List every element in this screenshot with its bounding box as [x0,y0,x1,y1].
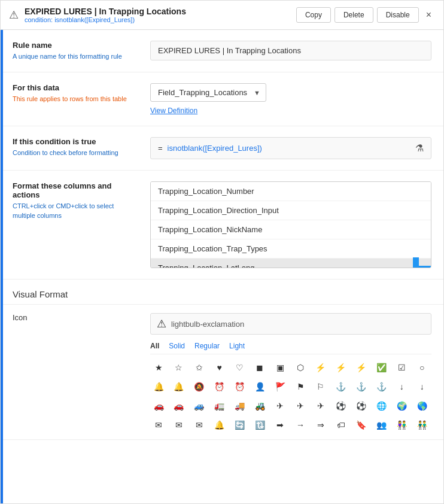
icon-check-circle-light[interactable]: ○ [413,359,430,376]
tab-light[interactable]: Light [229,341,245,351]
condition-value: isnotblank([Expired_Lures]) [168,144,410,153]
icon-star-light[interactable]: ✩ [191,359,208,376]
icon-users-solid[interactable]: 👥 [373,417,390,431]
icon-car-solid[interactable]: 🚗 [150,397,167,414]
icon-plane-regular[interactable]: ✈ [292,397,309,414]
icon-bolt-light[interactable]: ⚡ [353,359,370,376]
icon-globe-light[interactable]: 🌎 [413,397,430,414]
header-subtitle: condition: isnotblank([Expired_Lures]) [25,16,296,23]
condition-label: If this condition is true [13,137,138,146]
list-item[interactable]: Trapping_Location_Trap_Types [151,239,431,259]
icon-anchor-light[interactable]: ⚓ [373,378,390,395]
icon-globe-solid[interactable]: 🌐 [373,397,390,414]
for-this-data-label: For this data [13,83,138,92]
icon-car-light[interactable]: 🚙 [191,397,208,414]
icon-arrow-right2[interactable]: → [292,417,309,431]
tab-all[interactable]: All [150,341,159,351]
icon-flag-regular[interactable]: ⚑ [292,378,309,395]
icon-truck-regular[interactable]: 🚚 [231,397,248,414]
icon-bell-regular[interactable]: 🔔 [171,378,187,395]
icon-anchor-regular[interactable]: ⚓ [353,378,370,395]
icon-row: Icon ⚠ All Solid Regular Light ★ ☆ ✩ [1,305,443,440]
icon-send-solid[interactable]: ✉ [150,417,167,431]
icon-bell2-solid[interactable]: 🔔 [211,417,228,431]
header-actions: Copy Delete Disable × [296,7,435,23]
rule-name-input[interactable] [150,41,431,60]
list-item-selected[interactable]: Trapping_Location_LatLong ⬅ [151,259,431,268]
icon-check-circle-regular[interactable]: ☑ [393,359,410,376]
list-item[interactable]: Trapping_Location_NickName [151,220,431,239]
icon-star-solid[interactable]: ★ [150,359,167,376]
icon-box-solid[interactable]: ◼ [251,359,268,376]
icon-flag-light[interactable]: ⚐ [312,378,329,395]
icon-down-arrow-regular[interactable]: ↓ [413,378,430,395]
rule-name-control [150,41,431,60]
icon-plane-light[interactable]: ✈ [312,397,329,414]
icon-search-input[interactable] [171,320,425,329]
icon-bell-solid[interactable]: 🔔 [150,378,167,395]
condition-row: If this condition is true Condition to c… [1,126,443,171]
icon-soccer-regular[interactable]: ⚽ [353,397,370,414]
icon-alarm-solid[interactable]: ⏰ [211,378,228,395]
icon-tag-regular[interactable]: 🔖 [353,417,370,431]
icon-car-regular[interactable]: 🚗 [171,397,187,414]
for-this-data-label-col: For this data This rule applies to rows … [13,83,150,104]
rule-name-label-col: Rule name A unique name for this formatt… [13,41,150,61]
list-item[interactable]: Trapping_Location_Number [151,182,431,201]
icon-bolt-solid[interactable]: ⚡ [312,359,329,376]
icon-alarm-regular[interactable]: ⏰ [231,378,248,395]
icon-anchor-solid[interactable]: ⚓ [333,378,349,395]
icon-grid: ★ ☆ ✩ ♥ ♡ ◼ ▣ ⬡ ⚡ ⚡ ⚡ ✅ ☑ ○ 🔔 🔔 [150,359,431,431]
format-columns-row: Format these columns and actions CTRL+cl… [1,171,443,280]
icon-soccer-solid[interactable]: ⚽ [333,397,349,414]
tab-regular[interactable]: Regular [194,341,220,351]
icon-send-regular[interactable]: ✉ [171,417,187,431]
copy-button[interactable]: Copy [296,7,331,23]
disable-button[interactable]: Disable [377,7,419,23]
table-dropdown[interactable]: Field_Trapping_Locations [150,83,266,102]
condition-label-col: If this condition is true Condition to c… [13,137,150,157]
icon-heart-regular[interactable]: ♡ [231,359,248,376]
icon-flag-solid[interactable]: 🚩 [272,378,288,395]
icon-cube-solid[interactable]: ⬡ [292,359,309,376]
icon-truck-solid[interactable]: 🚛 [211,397,228,414]
warning-icon: ⚠ [9,8,19,22]
icon-label: Icon [13,313,150,322]
icon-check-circle-solid[interactable]: ✅ [373,359,390,376]
condition-box[interactable]: = isnotblank([Expired_Lures]) ⚗ [150,137,431,159]
tab-solid[interactable]: Solid [169,341,185,351]
icon-heart-solid[interactable]: ♥ [211,359,228,376]
icon-box-regular[interactable]: ▣ [272,359,288,376]
icon-bell-light[interactable]: 🔕 [191,378,208,395]
icon-plane-solid[interactable]: ✈ [272,397,288,414]
view-definition-link[interactable]: View Definition [150,107,197,115]
icon-preview: ⚠ [157,317,166,330]
icon-truck-light[interactable]: 🚜 [251,397,268,414]
header: ⚠ EXPIRED LURES | In Trapping Locations … [1,1,443,30]
icon-users-regular[interactable]: 👫 [393,417,410,431]
content: Rule name A unique name for this formatt… [1,30,443,440]
table-dropdown-wrap: Field_Trapping_Locations ▼ [150,83,266,102]
icon-person-solid[interactable]: 👤 [251,378,268,395]
icon-globe-regular[interactable]: 🌍 [393,397,410,414]
condition-eq: = [158,144,163,153]
icon-arrow-right-solid[interactable]: ➡ [272,417,288,431]
icon-users-light[interactable]: 👬 [413,417,430,431]
icon-tag-solid[interactable]: 🏷 [333,417,349,431]
for-this-data-row: For this data This rule applies to rows … [1,72,443,126]
icon-search-box: ⚠ [150,313,431,335]
close-button[interactable]: × [422,8,435,22]
icon-bolt-regular[interactable]: ⚡ [333,359,349,376]
icon-refresh-regular[interactable]: 🔃 [251,417,268,431]
icon-down-arrow-solid[interactable]: ↓ [393,378,410,395]
icon-arrow-right3[interactable]: ⇒ [312,417,329,431]
icon-star-regular[interactable]: ☆ [171,359,187,376]
list-item[interactable]: Trapping_Location_Direction_Input [151,201,431,220]
flask-icon[interactable]: ⚗ [415,142,424,154]
format-columns-desc: CTRL+click or CMD+click to select multip… [13,202,138,220]
icon-refresh-solid[interactable]: 🔄 [231,417,248,431]
delete-button[interactable]: Delete [334,7,373,23]
columns-list[interactable]: Trapping_Location_Number Trapping_Locati… [150,181,431,268]
condition-desc: Condition to check before formatting [13,148,138,157]
icon-send-light[interactable]: ✉ [191,417,208,431]
